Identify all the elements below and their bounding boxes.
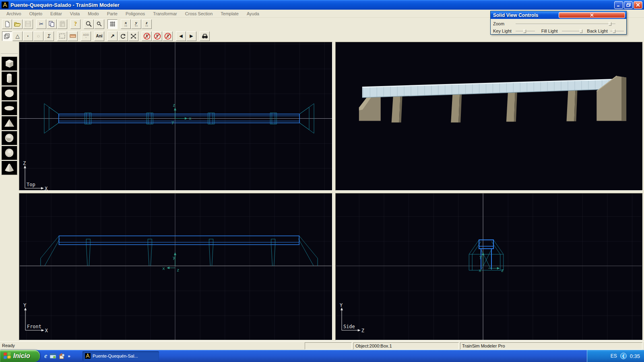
lock-y-button[interactable]: Y	[152, 31, 162, 41]
primitive-box-button[interactable]	[1, 56, 17, 71]
svg-text:y: y	[479, 254, 482, 259]
point-mode-button[interactable]: ▪	[23, 31, 33, 41]
previous-icon: ◀	[179, 33, 182, 39]
viewport-solid-canvas[interactable]	[336, 42, 642, 190]
corner-axis-v: Z	[23, 160, 26, 166]
axis-y-button[interactable]: y ↔	[131, 19, 141, 29]
previous-button[interactable]: ◀	[176, 31, 186, 41]
axis-arrow-icon: ↔	[145, 24, 149, 27]
mail-window-icon[interactable]	[50, 353, 56, 359]
measure-button[interactable]	[68, 31, 78, 41]
key-light-slider[interactable]	[516, 29, 535, 33]
slider-track[interactable]	[610, 31, 624, 32]
close-button[interactable]	[634, 1, 642, 9]
clock[interactable]: 0:35	[630, 353, 640, 359]
cube-icon	[4, 33, 10, 39]
palette-close-button[interactable]	[559, 12, 625, 18]
paste-button[interactable]	[57, 19, 67, 29]
circle-mode-button[interactable]: ○	[33, 31, 43, 41]
primitive-cylinder-button[interactable]	[1, 71, 17, 86]
zoom-in-button[interactable]	[84, 19, 94, 29]
geosphere2-primitive-icon	[3, 147, 15, 158]
find-button[interactable]	[200, 31, 210, 41]
fill-light-slider[interactable]	[562, 29, 581, 33]
zoom-slider[interactable]	[516, 22, 615, 26]
grid	[336, 193, 642, 340]
menu-ayuda[interactable]: Ayuda	[243, 10, 263, 17]
horizontal-splitter[interactable]	[19, 191, 644, 193]
rotate-tool-button[interactable]	[118, 31, 128, 41]
zoom-out-button[interactable]	[94, 19, 104, 29]
primitive-geosphere2-button[interactable]	[1, 146, 17, 160]
back-light-slider[interactable]	[610, 29, 624, 33]
lock-z-button[interactable]: Z	[163, 31, 173, 41]
language-indicator[interactable]: ES	[611, 353, 617, 359]
triangle-mode-button[interactable]: △	[12, 31, 23, 41]
viewport-side-canvas[interactable]: y x z Y Z Side	[336, 193, 642, 340]
menu-poligonos[interactable]: Poligonos	[122, 10, 149, 17]
status-object-info: Object:2000:Box.1	[353, 342, 459, 350]
move-tool-button[interactable]: ↗	[107, 31, 118, 41]
palette-title-bar[interactable]: Solid View Controls	[491, 11, 626, 19]
axis-x-button[interactable]: x ↔	[121, 19, 131, 29]
axis-z-button[interactable]: z ↔	[142, 19, 152, 29]
tray-chevron-icon[interactable]: ❮	[620, 353, 627, 359]
viewport-top-canvas[interactable]: z x y Z X Top	[19, 42, 332, 190]
svg-text:x: x	[479, 268, 481, 273]
save-button[interactable]	[23, 19, 33, 29]
toolbar-separator	[118, 19, 121, 29]
viewport-front-canvas[interactable]: y x z Y X Front	[19, 193, 332, 340]
menu-transformar[interactable]: Transformar	[149, 10, 181, 17]
box-mode-button[interactable]	[2, 31, 12, 41]
menu-archivo[interactable]: Archivo	[2, 10, 25, 17]
restore-button[interactable]	[624, 1, 633, 9]
slider-track[interactable]	[562, 31, 581, 32]
lock-x-button[interactable]: X	[142, 31, 152, 41]
primitive-cone-button[interactable]	[1, 160, 17, 175]
internet-explorer-icon[interactable]: e	[44, 352, 47, 360]
slider-thumb[interactable]	[580, 29, 582, 33]
start-button[interactable]: Inicio	[0, 350, 40, 362]
menu-template[interactable]: Template	[217, 10, 243, 17]
minimize-button[interactable]	[614, 1, 623, 9]
menu-modo[interactable]: Modo	[84, 10, 103, 17]
menu-editar[interactable]: Editar	[46, 10, 66, 17]
cut-button[interactable]: ✂	[36, 19, 46, 29]
grid-toggle-button[interactable]	[107, 19, 118, 29]
new-file-button[interactable]	[2, 19, 12, 29]
add-point-button[interactable]: ADD ▪	[81, 31, 91, 41]
slider-thumb[interactable]	[613, 29, 615, 33]
cut-icon: ✂	[39, 21, 43, 27]
spline-mode-button[interactable]: Σ	[44, 31, 54, 41]
open-file-button[interactable]	[12, 19, 23, 29]
ani-label: Ani	[96, 34, 102, 38]
slider-thumb[interactable]	[523, 29, 526, 33]
menu-cross-section[interactable]: Cross Section	[181, 10, 217, 17]
primitive-pyramid-button[interactable]	[1, 116, 17, 130]
zoom-out-icon	[97, 21, 102, 27]
move-arrow-icon: ↗	[110, 33, 115, 39]
marquee-select-button[interactable]	[57, 31, 67, 41]
primitive-geosphere-button[interactable]	[1, 131, 17, 145]
scale-tool-button[interactable]	[128, 31, 138, 41]
menu-vista[interactable]: Vista	[66, 10, 84, 17]
quick-launch-overflow-chevron[interactable]: »	[68, 354, 70, 358]
next-button[interactable]: ▶	[186, 31, 196, 41]
animation-button[interactable]: Ani	[94, 31, 104, 41]
menu-parte[interactable]: Parte	[103, 10, 122, 17]
primitive-disc-button[interactable]	[1, 101, 17, 115]
home-search-icon[interactable]	[58, 353, 65, 359]
chevron-left-glyph: ❮	[622, 354, 625, 358]
slider-thumb[interactable]	[609, 22, 611, 26]
slider-track[interactable]	[516, 24, 615, 25]
task-button-trainsim[interactable]: Puente-Quequén-Sal...	[83, 351, 159, 361]
primitive-sphere-button[interactable]	[1, 86, 17, 101]
app-icon[interactable]	[2, 2, 8, 8]
minimize-icon	[617, 3, 621, 7]
copy-button[interactable]	[47, 19, 57, 29]
corner-axis-h: Z	[361, 328, 364, 333]
menu-objeto[interactable]: Objeto	[25, 10, 46, 17]
help-button[interactable]: ?	[70, 19, 80, 29]
taskbar: Inicio e » Puente-Quequén-Sal...	[0, 350, 644, 362]
svg-text:x: x	[189, 116, 192, 121]
